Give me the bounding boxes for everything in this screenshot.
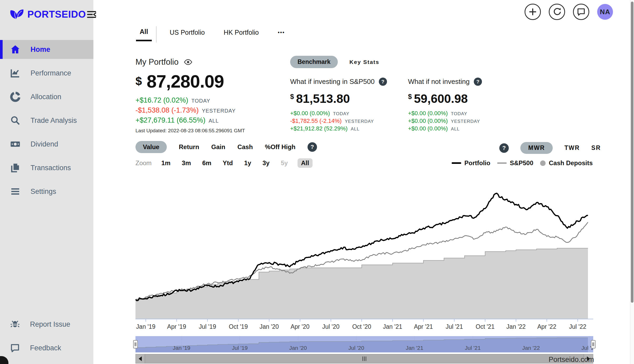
legend-item-portfolio[interactable]: Portfolio	[452, 159, 490, 167]
zoom-label: Zoom	[135, 159, 152, 167]
tab-us-portfolio[interactable]: US Portfolio	[169, 29, 206, 41]
benchmark-tabs: BenchmarkKey Stats	[290, 56, 521, 68]
svg-text:Apr '20: Apr '20	[290, 323, 309, 330]
portfolio-change-row: +$16.72 (0.02%)TODAY	[135, 96, 245, 106]
comparison-title-row: What if investing in S&P500?	[290, 78, 403, 86]
sidebar-item-trade-analysis[interactable]: Trade Analysis	[0, 111, 93, 130]
legend-item-s-p500[interactable]: S&P500	[497, 159, 533, 167]
svg-text:Jul '19: Jul '19	[199, 323, 216, 330]
sidebar-item-transactions[interactable]: Transactions	[0, 158, 93, 177]
comparison-columns: What if investing in S&P500?$81,513.80+$…	[290, 78, 521, 133]
scrollbar-track[interactable]	[145, 354, 584, 363]
tab-benchmark[interactable]: Benchmark	[290, 56, 338, 68]
comparison-change-amount: +$0.00 (0.00%)	[290, 110, 330, 117]
comparison-change-amount: +$21,912.82 (52.29%)	[290, 125, 348, 132]
comparison-value: 81,513.80	[296, 92, 350, 106]
menu-fold-icon[interactable]	[86, 9, 97, 20]
chart-mode-off-high[interactable]: %Off High	[265, 143, 295, 151]
refresh-button[interactable]	[549, 4, 565, 20]
sidebar-item-home[interactable]: Home	[0, 40, 93, 59]
portseido-dashboard-page: PORTSEIDO HomePerformanceAllocationTrade…	[0, 0, 634, 364]
portfolio-change-period: ALL	[209, 118, 219, 124]
dividend-icon	[10, 139, 21, 149]
legend-item-cash-deposits[interactable]: Cash Deposits	[540, 159, 593, 167]
comparison-change-period: TODAY	[451, 111, 467, 117]
zoom-option-1y[interactable]: 1y	[243, 158, 253, 168]
chart-mode-value[interactable]: Value	[135, 141, 167, 153]
support-chat-button[interactable]	[573, 4, 589, 20]
zoom-option-1m[interactable]: 1m	[160, 158, 172, 168]
comparison-change-period: ALL	[451, 127, 460, 132]
question-icon[interactable]: ?	[499, 143, 509, 153]
zoom-option-all[interactable]: All	[298, 158, 313, 168]
tab-all[interactable]: All	[136, 28, 152, 41]
sidebar-logo-row: PORTSEIDO	[0, 0, 93, 29]
comparison-change-row: +$0.00 (0.00%)TODAY	[290, 110, 403, 118]
legend-circle-marker-icon	[540, 160, 546, 166]
tab-hk-portfolio[interactable]: HK Portfolio	[223, 29, 260, 41]
return-mode-twr[interactable]: TWR	[564, 144, 580, 151]
tab-key-stats[interactable]: Key Stats	[349, 59, 379, 65]
chart-mode-gain[interactable]: Gain	[211, 143, 225, 151]
tab-more-portfolios[interactable]: •••	[277, 29, 286, 40]
sidebar-item-allocation[interactable]: Allocation	[0, 87, 93, 106]
chart-range-navigator[interactable]: Jan '19Jul '19Jan '20Jul '20Jan '21Jul '…	[135, 336, 593, 353]
currency-symbol: $	[290, 93, 294, 101]
my-portfolio-summary: My Portfolio $ 87,280.09 +$16.72 (0.02%)…	[135, 57, 245, 134]
return-mode-sr[interactable]: SR	[591, 144, 601, 151]
comparison-change-row: +$21,912.82 (52.29%)ALL	[290, 125, 403, 133]
svg-text:Apr '19: Apr '19	[167, 323, 186, 330]
comparison-change-rows: +$0.00 (0.00%)TODAY-$1,782.55 (-2.14%)YE…	[290, 110, 403, 133]
comparison-what-if-not-investing: What if not investing?$59,600.98+$0.00 (…	[408, 78, 521, 133]
chart-mode-switcher: ValueReturnGainCash%Off High?	[135, 141, 317, 153]
user-avatar[interactable]: NA	[597, 4, 613, 20]
comparison-what-if-investing-in-s-p500: What if investing in S&P500?$81,513.80+$…	[290, 78, 403, 133]
question-icon[interactable]: ?	[308, 142, 317, 152]
legend-line-marker-icon	[452, 162, 461, 164]
chart-mode-cash[interactable]: Cash	[237, 143, 253, 151]
portfolio-change-row: -$1,538.08 (-1.73%)YESTERDAY	[135, 106, 245, 116]
sidebar-item-feedback[interactable]: Feedback	[0, 338, 93, 357]
comparison-value-row: $81,513.80	[290, 92, 403, 106]
comparison-value: 59,600.98	[414, 92, 468, 106]
chart-mode-return[interactable]: Return	[179, 143, 199, 151]
chat-icon	[577, 7, 586, 16]
eye-icon[interactable]	[184, 58, 192, 66]
question-icon[interactable]: ?	[474, 78, 482, 86]
sidebar-item-performance[interactable]: Performance	[0, 64, 93, 83]
sidebar-item-dividend[interactable]: Dividend	[0, 135, 93, 154]
comparison-change-row: -$1,782.55 (-2.14%)YESTERDAY	[290, 118, 403, 125]
portfolio-change-amount: -$1,538.08 (-1.73%)	[135, 106, 199, 114]
portfolio-value-chart[interactable]: Jan '19Apr '19Jul '19Oct '19Jan '20Apr '…	[135, 178, 593, 334]
zoom-option-3y[interactable]: 3y	[261, 158, 271, 168]
add-transaction-button[interactable]	[525, 4, 541, 20]
tab-divider	[156, 26, 157, 43]
scrollbar-left-arrow-button[interactable]	[135, 354, 145, 363]
sidebar-item-label: Trade Analysis	[31, 117, 77, 125]
scrollbar-thumb[interactable]	[145, 355, 583, 363]
svg-text:Oct '19: Oct '19	[229, 323, 248, 330]
return-mode-mwr[interactable]: MWR	[520, 142, 553, 154]
navigator-right-handle[interactable]	[591, 340, 596, 348]
svg-text:Jan '20: Jan '20	[259, 323, 279, 330]
page-scrollbar-thumb[interactable]	[631, 2, 633, 303]
portfolio-total-value: 87,280.09	[147, 71, 224, 92]
navigator-left-handle[interactable]	[133, 340, 138, 348]
chart-zoom-controls: Zoom1m3m6mYtd1y3y5yAll	[135, 158, 313, 168]
question-icon[interactable]: ?	[379, 78, 387, 86]
currency-symbol: $	[408, 93, 412, 101]
comparison-change-amount: +$0.00 (0.00%)	[408, 118, 448, 124]
comparison-change-period: TODAY	[333, 111, 349, 117]
sidebar-item-report-issue[interactable]: Report Issue	[0, 315, 93, 334]
topbar-actions: NA	[525, 4, 613, 20]
portfolio-tabs: AllUS PortfolioHK Portfolio•••	[136, 26, 286, 43]
sidebar-item-label: Dividend	[31, 140, 58, 148]
sidebar-item-label: Performance	[31, 69, 71, 77]
zoom-option-ytd[interactable]: Ytd	[221, 158, 234, 168]
zoom-option-6m[interactable]: 6m	[201, 158, 213, 168]
svg-text:Apr '21: Apr '21	[414, 323, 433, 330]
zoom-option-3m[interactable]: 3m	[180, 158, 193, 168]
portfolio-change-rows: +$16.72 (0.02%)TODAY-$1,538.08 (-1.73%)Y…	[135, 96, 245, 126]
sidebar-item-settings[interactable]: Settings	[0, 182, 93, 201]
svg-text:Jul '21: Jul '21	[446, 323, 463, 330]
